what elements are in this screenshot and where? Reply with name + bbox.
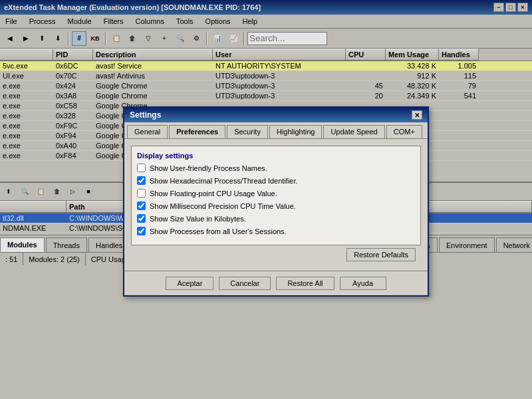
dialog-tab-update-speed[interactable]: Update Speed: [323, 125, 384, 138]
dialog-close-button[interactable]: ✕: [412, 110, 422, 120]
checkbox-row: Show User-friendly Process Names.: [137, 164, 415, 172]
checkbox[interactable]: [137, 201, 146, 210]
checkbox-label: Show Hexadecimal Process/Thread Identifi…: [150, 177, 298, 185]
dialog-tab-security[interactable]: Security: [227, 125, 268, 138]
checkbox-row: Show Size Value in Kilobytes.: [137, 214, 415, 223]
checkbox[interactable]: [137, 164, 146, 172]
checkbox[interactable]: [137, 189, 146, 198]
dialog-btn-ayuda[interactable]: Ayuda: [340, 277, 386, 290]
dialog-tab-preferences[interactable]: Preferences: [169, 125, 225, 138]
checkbox-label: Show Millisecond Precision CPU Time Valu…: [150, 202, 296, 210]
checkbox-label: Show Processes from all User's Sessions.: [150, 227, 287, 235]
dialog-content: Display settings Show User-friendly Proc…: [124, 139, 428, 271]
dialog-tab-com+[interactable]: COM+: [386, 125, 422, 138]
dialog-footer: AceptarCancelarRestore AllAyuda: [124, 271, 428, 295]
dialog-title-bar: Settings ✕: [124, 108, 428, 122]
settings-dialog: Settings ✕ GeneralPreferencesSecurityHig…: [123, 106, 429, 297]
dialog-btn-aceptar[interactable]: Aceptar: [166, 277, 213, 290]
checkbox-label: Show User-friendly Process Names.: [150, 164, 267, 172]
dialog-overlay: Settings ✕ GeneralPreferencesSecurityHig…: [0, 0, 532, 399]
checkbox[interactable]: [137, 227, 146, 235]
checkbox-row: Show Hexadecimal Process/Thread Identifi…: [137, 176, 415, 185]
display-settings-section: Display settings Show User-friendly Proc…: [131, 146, 421, 245]
checkbox[interactable]: [137, 214, 146, 223]
dialog-title-text: Settings: [130, 110, 161, 120]
checkbox-row: Show Millisecond Precision CPU Time Valu…: [137, 201, 415, 210]
checkbox[interactable]: [137, 176, 146, 185]
dialog-tab-general[interactable]: General: [127, 125, 168, 138]
dialog-btn-cancelar[interactable]: Cancelar: [219, 277, 271, 290]
checkbox-label: Show Floating-point CPU Usage Value.: [150, 190, 277, 198]
dialog-btn-restore-all[interactable]: Restore All: [276, 277, 334, 290]
dialog-checkboxes: Show User-friendly Process Names. Show H…: [137, 164, 415, 235]
section-label: Display settings: [137, 152, 415, 160]
restore-defaults-button[interactable]: Restore Defaults: [346, 248, 416, 261]
dialog-buttons-right: Restore Defaults: [131, 245, 421, 264]
checkbox-label: Show Size Value in Kilobytes.: [150, 215, 246, 223]
dialog-tab-highlighting[interactable]: Highlighting: [269, 125, 322, 138]
dialog-tabs: GeneralPreferencesSecurityHighlightingUp…: [124, 122, 428, 139]
checkbox-row: Show Processes from all User's Sessions.: [137, 227, 415, 235]
checkbox-row: Show Floating-point CPU Usage Value.: [137, 189, 415, 198]
